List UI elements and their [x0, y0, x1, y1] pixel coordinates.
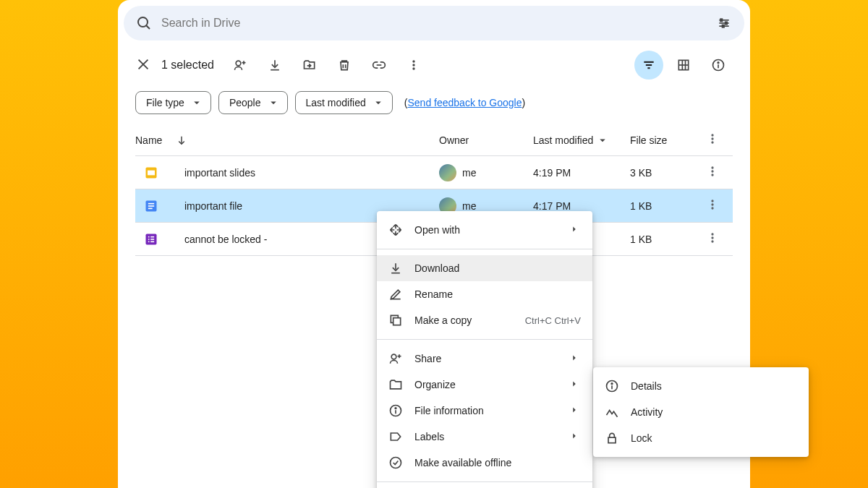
- menu-share[interactable]: Share: [377, 346, 592, 372]
- file-size: 3 KB: [630, 167, 652, 179]
- copy-icon: [388, 313, 403, 328]
- menu-offline[interactable]: Make available offline: [377, 450, 592, 476]
- table-row[interactable]: important slides me 4:19 PM 3 KB: [135, 156, 733, 189]
- label-icon: [388, 429, 403, 444]
- chip-label: Last modified: [306, 97, 366, 108]
- grid-view-button[interactable]: [669, 51, 698, 80]
- svg-point-42: [711, 203, 713, 205]
- column-file-size[interactable]: File size: [630, 134, 702, 146]
- column-last-modified[interactable]: Last modified: [533, 134, 630, 147]
- svg-rect-45: [148, 236, 150, 237]
- chip-label: File type: [146, 97, 184, 108]
- forms-icon: [144, 232, 158, 247]
- selected-count: 1 selected: [161, 59, 214, 72]
- svg-point-60: [395, 408, 396, 409]
- search-options-icon[interactable]: [710, 9, 739, 38]
- feedback-anchor[interactable]: Send feedback to Google: [407, 97, 522, 108]
- filter-row: File type People Last modified (Send fee…: [118, 85, 750, 124]
- row-more-icon[interactable]: [705, 197, 723, 215]
- file-size: 1 KB: [630, 200, 652, 212]
- menu-rename[interactable]: Rename: [377, 281, 592, 307]
- svg-point-41: [711, 200, 713, 202]
- file-name: cannot be locked -: [184, 234, 267, 245]
- svg-rect-46: [150, 236, 154, 237]
- filter-view-button[interactable]: [634, 51, 663, 80]
- svg-rect-6: [726, 22, 728, 24]
- modified-time: 4:19 PM: [533, 167, 571, 179]
- folder-icon: [388, 377, 403, 392]
- column-name[interactable]: Name: [135, 134, 439, 147]
- svg-point-18: [412, 67, 414, 69]
- svg-point-61: [391, 458, 401, 468]
- owner-name: me: [462, 167, 476, 179]
- menu-organize[interactable]: Organize: [377, 372, 592, 398]
- svg-rect-50: [150, 241, 154, 242]
- chevron-down-icon: [372, 96, 385, 109]
- svg-point-43: [711, 207, 713, 209]
- download-icon: [388, 261, 403, 275]
- rename-icon: [388, 287, 403, 301]
- svg-line-1: [146, 25, 150, 29]
- svg-point-66: [611, 383, 613, 385]
- download-button[interactable]: [260, 51, 289, 80]
- drive-app: 1 selected File type: [118, 0, 750, 488]
- column-owner[interactable]: Owner: [439, 134, 533, 146]
- file-info-submenu: Details Activity Lock: [593, 367, 809, 457]
- open-with-icon: [388, 223, 403, 237]
- menu-file-info[interactable]: File information: [377, 398, 592, 424]
- svg-point-51: [711, 233, 713, 235]
- lock-icon: [605, 431, 619, 445]
- svg-point-55: [391, 354, 396, 359]
- menu-make-copy[interactable]: Make a copy Ctrl+C Ctrl+V: [377, 307, 592, 333]
- row-more-icon[interactable]: [705, 164, 723, 181]
- filter-file-type[interactable]: File type: [135, 91, 211, 114]
- menu-labels[interactable]: Labels: [377, 424, 592, 450]
- chevron-down-icon: [190, 96, 203, 109]
- filter-people[interactable]: People: [218, 91, 288, 114]
- file-size: 1 KB: [630, 234, 652, 245]
- svg-rect-7: [723, 25, 725, 27]
- svg-point-17: [412, 64, 414, 66]
- docs-icon: [144, 199, 158, 213]
- row-more-icon[interactable]: [705, 231, 723, 248]
- more-actions-button[interactable]: [399, 51, 428, 80]
- svg-rect-47: [148, 239, 150, 240]
- get-link-button[interactable]: [365, 51, 393, 80]
- delete-button[interactable]: [330, 51, 359, 80]
- close-selection-icon[interactable]: [135, 56, 153, 74]
- chip-label: People: [229, 97, 261, 108]
- svg-rect-38: [148, 202, 154, 204]
- svg-point-36: [711, 174, 713, 176]
- menu-download[interactable]: Download: [377, 255, 592, 281]
- column-options-icon[interactable]: [705, 132, 723, 149]
- svg-point-29: [711, 134, 713, 136]
- avatar: [439, 164, 456, 181]
- svg-point-34: [711, 166, 713, 168]
- submenu-lock[interactable]: Lock: [593, 425, 809, 451]
- svg-rect-39: [148, 205, 154, 207]
- info-icon: [388, 403, 403, 418]
- submenu-activity[interactable]: Activity: [593, 399, 809, 425]
- table-header: Name Owner Last modified File size: [135, 124, 733, 156]
- search-input[interactable]: [153, 17, 710, 30]
- svg-point-30: [711, 137, 713, 140]
- submenu-arrow-icon: [569, 224, 581, 236]
- menu-open-with[interactable]: Open with: [377, 217, 592, 243]
- file-name: important file: [184, 200, 242, 212]
- filter-last-modified[interactable]: Last modified: [295, 91, 393, 114]
- submenu-arrow-icon: [569, 379, 581, 390]
- submenu-arrow-icon: [569, 353, 581, 364]
- shortcut-text: Ctrl+C Ctrl+V: [525, 315, 581, 326]
- file-name: important slides: [184, 167, 255, 179]
- move-button[interactable]: [295, 51, 324, 80]
- info-button[interactable]: [704, 51, 733, 80]
- share-button[interactable]: [226, 51, 255, 80]
- search-icon: [135, 14, 153, 32]
- submenu-details[interactable]: Details: [593, 373, 809, 399]
- svg-rect-48: [150, 239, 154, 240]
- owner-name: me: [462, 200, 476, 212]
- slides-icon: [144, 166, 158, 180]
- info-icon: [605, 379, 619, 393]
- svg-rect-40: [148, 207, 153, 209]
- svg-point-10: [236, 61, 241, 66]
